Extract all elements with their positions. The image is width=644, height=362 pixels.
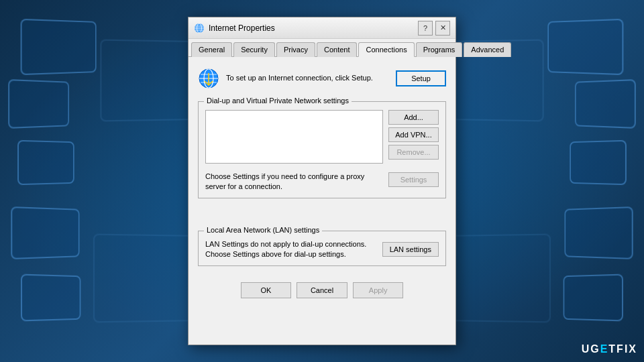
dialog-title: Internet Properties — [209, 23, 275, 33]
tab-bar: General Security Privacy Content Connect… — [189, 39, 455, 57]
spacer — [198, 208, 446, 228]
ok-button[interactable]: OK — [241, 282, 291, 298]
settings-button[interactable]: Settings — [388, 172, 439, 187]
proxy-description: Choose Settings if you need to configure… — [205, 172, 383, 192]
tab-security[interactable]: Security — [233, 42, 275, 57]
watermark: UGETFIX — [582, 343, 637, 355]
lan-content: LAN Settings do not apply to dial-up con… — [205, 239, 439, 260]
tab-content[interactable]: Content — [317, 42, 358, 57]
dialup-group-content: Add... Add VPN... Remove... — [205, 110, 439, 164]
lan-group-label: Local Area Network (LAN) settings — [204, 226, 322, 234]
tab-connections[interactable]: Connections — [358, 42, 414, 57]
dialup-group-label: Dial-up and Virtual Private Network sett… — [204, 97, 352, 105]
connection-icon — [198, 68, 219, 89]
setup-button[interactable]: Setup — [396, 70, 446, 86]
add-vpn-button[interactable]: Add VPN... — [388, 127, 439, 142]
lan-group: Local Area Network (LAN) settings LAN Se… — [198, 231, 446, 266]
help-button[interactable]: ? — [418, 21, 433, 36]
tab-programs[interactable]: Programs — [416, 42, 463, 57]
title-controls: ? ✕ — [418, 21, 450, 36]
vpn-buttons: Add... Add VPN... Remove... — [388, 110, 439, 164]
title-bar: Internet Properties ? ✕ — [189, 17, 455, 39]
apply-button[interactable]: Apply — [353, 282, 403, 298]
internet-properties-dialog: Internet Properties ? ✕ General Security… — [188, 17, 456, 345]
add-button[interactable]: Add... — [388, 110, 439, 125]
tab-general[interactable]: General — [191, 42, 232, 57]
cancel-button[interactable]: Cancel — [297, 282, 347, 298]
lan-settings-button[interactable]: LAN settings — [382, 242, 439, 257]
bottom-bar: OK Cancel Apply — [189, 274, 455, 308]
vpn-list[interactable] — [205, 110, 383, 164]
dialog-content: To set up an Internet connection, click … — [189, 57, 455, 274]
setup-row: To set up an Internet connection, click … — [198, 65, 446, 92]
tab-advanced[interactable]: Advanced — [464, 42, 511, 57]
proxy-row: Choose Settings if you need to configure… — [205, 168, 439, 192]
lan-description: LAN Settings do not apply to dial-up con… — [205, 239, 377, 260]
dialup-vpn-group: Dial-up and Virtual Private Network sett… — [198, 101, 446, 198]
setup-description: To set up an Internet connection, click … — [226, 73, 389, 83]
ie-icon — [194, 23, 205, 34]
remove-button[interactable]: Remove... — [388, 145, 439, 160]
close-button[interactable]: ✕ — [435, 21, 450, 36]
tab-privacy[interactable]: Privacy — [276, 42, 315, 57]
title-bar-left: Internet Properties — [194, 23, 275, 34]
